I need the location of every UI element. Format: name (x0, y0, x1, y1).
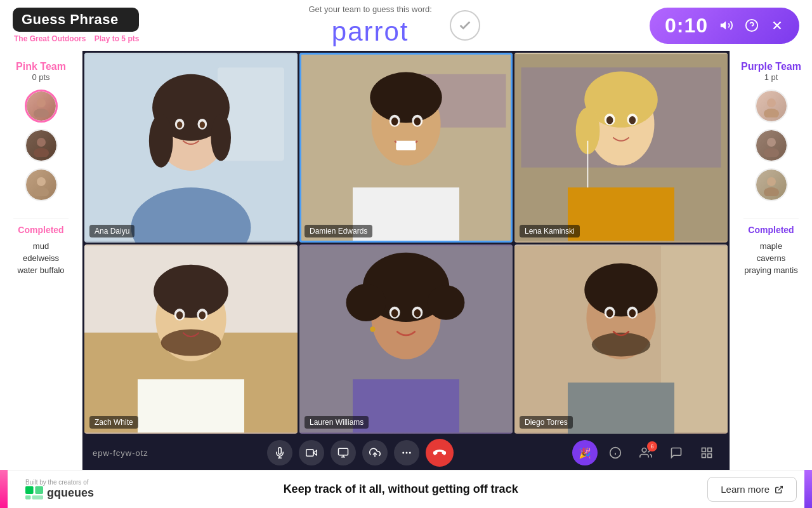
toolbar-center (267, 439, 454, 467)
pink-divider (13, 218, 69, 218)
svg-point-102 (764, 148, 779, 157)
svg-rect-38 (568, 187, 674, 241)
svg-point-17 (149, 114, 173, 168)
camera-button[interactable] (299, 440, 324, 465)
end-call-button[interactable] (426, 439, 454, 467)
chat-icon (670, 446, 683, 459)
purple-divider (743, 218, 799, 218)
grid-button[interactable] (694, 440, 719, 465)
svg-rect-97 (702, 454, 705, 458)
purple-completed-list: maple caverns praying mantis (737, 240, 806, 276)
person-video-lauren (299, 244, 513, 434)
people-button[interactable]: 6 (633, 440, 658, 465)
learn-more-button[interactable]: Learn more (707, 477, 797, 502)
banner-tagline: Keep track of it all, without getting of… (94, 483, 707, 496)
bottom-banner: Built by the creators of gqueues Keep tr… (0, 470, 812, 508)
purple-avatar-2 (755, 129, 788, 162)
svg-point-7 (37, 138, 46, 147)
app-subtitle: The Great Outdoors Play to 5 pts (14, 34, 139, 43)
person-icon (30, 134, 53, 157)
pink-avatar-3 (25, 168, 58, 201)
check-button[interactable] (450, 10, 480, 41)
banner-left: Built by the creators of gqueues (25, 479, 94, 500)
svg-point-5 (37, 98, 46, 107)
svg-point-74 (584, 263, 658, 316)
screen-share-button[interactable] (331, 440, 356, 465)
purple-team-name: Purple Team (741, 61, 801, 72)
svg-marker-82 (313, 450, 317, 455)
video-name-lena: Lena Kaminski (520, 225, 580, 237)
check-icon (458, 18, 472, 32)
list-item: praying mantis (737, 264, 806, 276)
right-accent (804, 470, 812, 508)
svg-point-63 (428, 285, 465, 320)
mic-icon (274, 447, 285, 458)
header-word: parrot (308, 17, 431, 47)
svg-point-88 (402, 452, 404, 454)
svg-point-79 (629, 309, 636, 318)
header-hint: Get your team to guess this word: (308, 4, 431, 14)
video-cell-ana: Ana Daiyu (84, 53, 298, 243)
mic-button[interactable] (267, 440, 292, 465)
header: Guess Phrase The Great Outdoors Play to … (0, 0, 812, 51)
volume-icon (719, 18, 733, 32)
volume-button[interactable] (719, 18, 733, 32)
svg-point-32 (414, 117, 421, 126)
svg-point-18 (211, 114, 232, 161)
svg-point-89 (405, 452, 407, 454)
list-item: maple (737, 240, 806, 252)
chat-button[interactable] (664, 440, 689, 465)
svg-point-10 (34, 187, 49, 196)
close-button[interactable] (770, 18, 784, 32)
list-item: edelweiss (6, 252, 75, 264)
svg-point-75 (592, 332, 650, 356)
pink-avatar-1 (25, 90, 58, 123)
svg-line-109 (778, 486, 782, 490)
video-name-ana: Ana Daiyu (89, 225, 134, 237)
svg-point-78 (606, 309, 613, 318)
person-video-damien (299, 53, 513, 243)
more-button[interactable] (394, 440, 419, 465)
person-icon (30, 173, 53, 196)
header-center: Get your team to guess this word: parrot (308, 4, 431, 47)
svg-point-56 (199, 311, 206, 319)
help-icon (745, 18, 759, 32)
svg-rect-96 (708, 448, 712, 452)
svg-point-68 (370, 326, 375, 331)
svg-point-101 (767, 138, 776, 147)
toolbar-right: 🎉 6 (572, 440, 719, 465)
svg-point-62 (346, 284, 386, 321)
svg-rect-33 (396, 142, 416, 150)
svg-point-67 (414, 309, 421, 318)
info-button[interactable] (603, 440, 628, 465)
help-button[interactable] (745, 18, 759, 32)
svg-point-66 (391, 309, 398, 318)
person-icon (760, 173, 783, 196)
purple-team-sidebar: Purple Team 1 pt (730, 51, 812, 470)
party-button[interactable]: 🎉 (572, 440, 598, 465)
pink-team-name: Pink Team (16, 61, 66, 72)
app-title: Guess Phrase (13, 8, 139, 32)
svg-point-6 (34, 109, 49, 117)
external-link-icon (775, 485, 783, 494)
learn-more-label: Learn more (721, 484, 769, 495)
svg-point-9 (37, 177, 46, 186)
video-name-damien: Damien Edwards (304, 225, 372, 237)
screen-icon (337, 447, 349, 458)
person-icon (760, 134, 783, 157)
timer: 0:10 (665, 14, 708, 37)
present-button[interactable] (362, 440, 388, 465)
built-by-text: Built by the creators of (25, 479, 94, 486)
svg-rect-60 (353, 379, 459, 432)
svg-point-94 (642, 448, 646, 453)
logo-area: Guess Phrase The Great Outdoors Play to … (13, 8, 139, 43)
left-accent (0, 470, 8, 508)
list-item: water buffalo (6, 264, 75, 276)
pink-completed-list: mud edelweiss water buffalo (6, 240, 75, 276)
banner-brand: Built by the creators of gqueues (25, 479, 94, 500)
gqueues-brand: gqueues (25, 486, 94, 500)
svg-point-44 (606, 116, 613, 124)
pink-team-sidebar: Pink Team 0 pts (0, 51, 82, 470)
pink-completed-label: Completed (18, 225, 63, 235)
video-bg-lauren (299, 244, 513, 434)
